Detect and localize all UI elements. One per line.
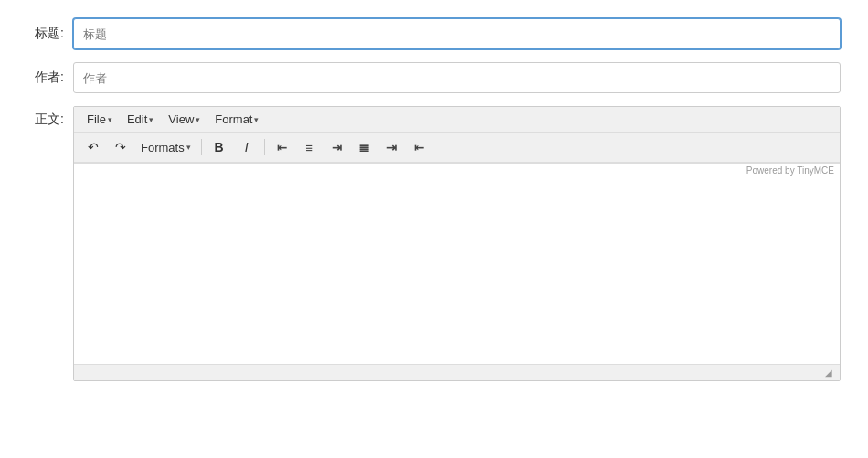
- edit-chevron-icon: ▾: [149, 115, 153, 124]
- content-row: 正文: File ▾ Edit ▾ View ▾ Format ▾: [27, 106, 841, 381]
- bold-icon: B: [215, 140, 224, 154]
- align-left-icon: ⇤: [277, 141, 287, 154]
- tinymce-credit: Powered by TinyMCE: [74, 163, 840, 177]
- align-center-icon: ≡: [305, 140, 313, 155]
- outdent-icon: ⇤: [414, 141, 424, 154]
- justify-button[interactable]: ≣: [353, 136, 376, 158]
- format-chevron-icon: ▾: [254, 115, 259, 124]
- justify-icon: ≣: [358, 139, 370, 155]
- author-label: 作者:: [27, 69, 73, 86]
- title-label: 标题:: [27, 26, 73, 42]
- editor-content[interactable]: Powered by TinyMCE: [74, 163, 840, 364]
- align-right-icon: ⇥: [332, 141, 342, 154]
- formats-dropdown[interactable]: Formats ▾: [136, 136, 196, 158]
- indent-button[interactable]: ⇥: [380, 136, 404, 158]
- menu-file[interactable]: File ▾: [81, 111, 118, 128]
- align-left-button[interactable]: ⇤: [270, 136, 294, 158]
- undo-button[interactable]: ↶: [81, 136, 105, 158]
- redo-icon: ↷: [115, 140, 126, 154]
- menu-format[interactable]: Format ▾: [209, 111, 264, 128]
- italic-button[interactable]: I: [235, 136, 259, 158]
- indent-icon: ⇥: [386, 141, 397, 154]
- editor-statusbar: ◢: [74, 364, 840, 380]
- redo-button[interactable]: ↷: [109, 136, 132, 158]
- title-input[interactable]: [73, 18, 841, 49]
- toolbar-separator-1: [201, 139, 202, 155]
- editor-menubar: File ▾ Edit ▾ View ▾ Format ▾: [74, 107, 840, 133]
- file-chevron-icon: ▾: [108, 115, 112, 124]
- editor-toolbar: ↶ ↷ Formats ▾ B I ⇤: [74, 133, 840, 163]
- outdent-button[interactable]: ⇤: [408, 136, 431, 158]
- toolbar-separator-2: [264, 139, 265, 155]
- view-chevron-icon: ▾: [196, 115, 200, 124]
- resize-handle[interactable]: ◢: [825, 367, 836, 378]
- bold-button[interactable]: B: [207, 136, 231, 158]
- title-row: 标题:: [27, 18, 841, 49]
- formats-chevron-icon: ▾: [186, 143, 191, 152]
- menu-edit[interactable]: Edit ▾: [122, 111, 159, 128]
- italic-icon: I: [245, 140, 249, 154]
- align-right-button[interactable]: ⇥: [325, 136, 349, 158]
- content-label: 正文:: [27, 106, 73, 128]
- author-input[interactable]: [73, 62, 841, 93]
- editor-wrapper: File ▾ Edit ▾ View ▾ Format ▾ ↶: [73, 106, 841, 381]
- menu-view[interactable]: View ▾: [163, 111, 206, 128]
- align-center-button[interactable]: ≡: [298, 136, 322, 158]
- author-row: 作者:: [27, 62, 841, 93]
- undo-icon: ↶: [88, 140, 99, 154]
